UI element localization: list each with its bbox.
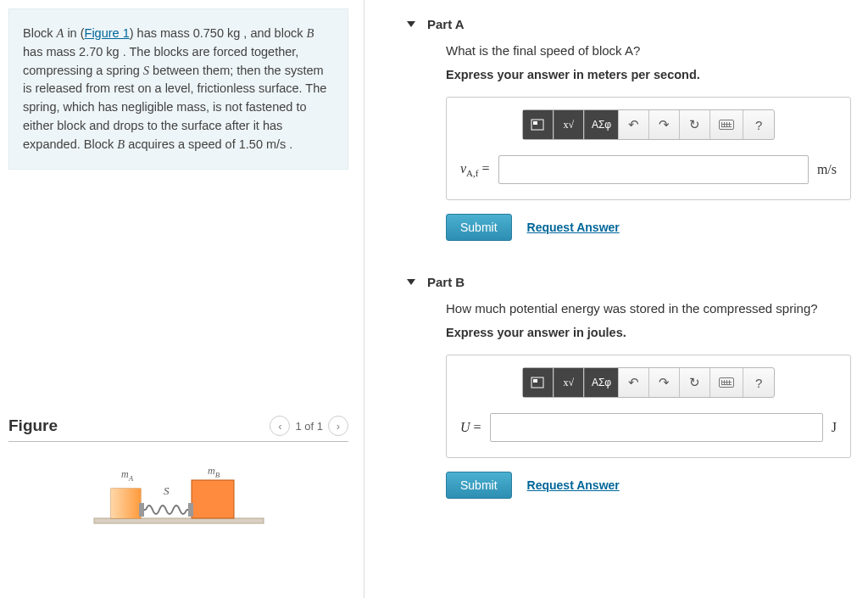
toolbar: x√ ΑΣφ ↶ ↷ ↻ ? [522,109,775,140]
svg-rect-10 [533,121,537,125]
figure-next-button[interactable]: › [328,416,348,436]
variable-label: U = [460,420,481,435]
part-label: Part B [427,275,465,289]
problem-statement: Block A in (Figure 1) has mass 0.750 kg … [8,8,348,170]
question-instruction: Express your answer in joules. [446,326,851,339]
figure-title: Figure [8,416,58,435]
svg-rect-5 [188,503,193,517]
request-answer-link[interactable]: Request Answer [527,221,620,234]
part-b-header[interactable]: Part B [407,266,851,301]
svg-rect-2 [111,489,141,518]
figure-image: mA mB S [8,459,348,535]
help-button[interactable]: ? [743,110,774,139]
keyboard-button[interactable] [710,368,743,397]
greek-letters-button[interactable]: ΑΣφ [584,110,619,139]
svg-rect-12 [533,379,537,383]
question-text: How much potential energy was stored in … [446,301,851,316]
variable-label: vA,f = [460,161,490,178]
submit-button[interactable]: Submit [446,214,512,241]
figure-link[interactable]: Figure 1 [85,26,130,40]
submit-button[interactable]: Submit [446,472,512,499]
question-instruction: Express your answer in meters per second… [446,68,851,81]
figure-nav-text: 1 of 1 [295,420,323,433]
answer-box-b: x√ ΑΣφ ↶ ↷ ↻ ? U = J [446,355,851,458]
redo-button[interactable]: ↷ [649,110,680,139]
undo-button[interactable]: ↶ [619,110,649,139]
math-root-icon[interactable]: x√ [554,110,584,139]
svg-text:S: S [164,484,170,497]
template-icon[interactable] [523,368,554,397]
redo-button[interactable]: ↷ [649,368,680,397]
caret-down-icon [407,279,415,285]
svg-rect-3 [192,480,234,518]
svg-rect-4 [139,503,144,517]
answer-input-b[interactable] [490,413,823,442]
unit-label: J [832,420,837,435]
answer-box-a: x√ ΑΣφ ↶ ↷ ↻ ? vA,f = m/s [446,97,851,200]
question-text: What is the final speed of block A? [446,43,851,58]
part-label: Part A [427,17,465,31]
svg-text:mB: mB [208,465,220,479]
caret-down-icon [407,21,415,27]
unit-label: m/s [817,162,837,177]
toolbar: x√ ΑΣφ ↶ ↷ ↻ ? [522,367,775,398]
help-button[interactable]: ? [743,368,774,397]
greek-letters-button[interactable]: ΑΣφ [584,368,619,397]
math-root-icon[interactable]: x√ [554,368,584,397]
reset-button[interactable]: ↻ [680,368,710,397]
svg-rect-0 [94,518,264,523]
keyboard-button[interactable] [710,110,743,139]
reset-button[interactable]: ↻ [680,110,710,139]
request-answer-link[interactable]: Request Answer [527,478,620,492]
template-icon[interactable] [523,110,554,139]
undo-button[interactable]: ↶ [619,368,649,397]
figure-prev-button[interactable]: ‹ [270,416,290,436]
svg-text:mA: mA [121,468,134,483]
part-a-header[interactable]: Part A [407,8,851,43]
answer-input-a[interactable] [498,155,809,184]
